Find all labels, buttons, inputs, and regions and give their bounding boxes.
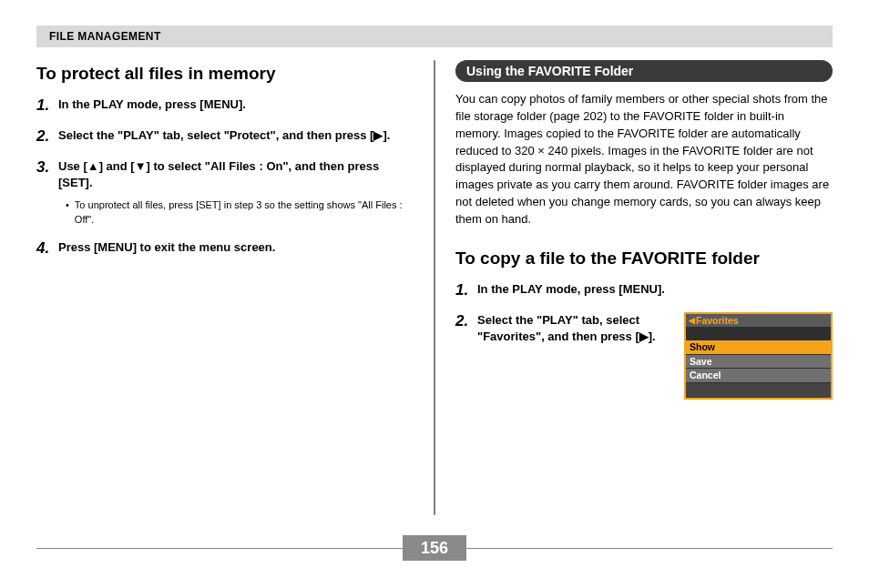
left-steps: 1. In the PLAY mode, press [MENU]. 2. Se… xyxy=(36,96,414,258)
left-step-4: 4. Press [MENU] to exit the menu screen. xyxy=(36,239,414,258)
left-step-2: 2. Select the "PLAY" tab, select "Protec… xyxy=(36,127,414,146)
left-heading: To protect all files in memory xyxy=(36,64,414,84)
content-columns: To protect all files in memory 1. In the… xyxy=(36,60,833,515)
right-step-2: 2. Select the "PLAY" tab, select "Favori… xyxy=(455,312,833,400)
left-triangle-icon: ◀ xyxy=(689,317,695,325)
left-step-1: 1. In the PLAY mode, press [MENU]. xyxy=(36,96,414,115)
page-number: 156 xyxy=(421,539,448,558)
left-step-3: 3. Use [▲] and [▼] to select "All Files … xyxy=(36,158,414,227)
bullet-dot: • xyxy=(66,198,69,227)
camera-menu-title-text: Favorites xyxy=(696,316,739,326)
step-number: 2. xyxy=(36,127,58,146)
step-text: Select the "PLAY" tab, select "Protect",… xyxy=(58,127,390,146)
camera-menu-option-show: Show xyxy=(686,340,831,354)
right-heading: To copy a file to the FAVORITE folder xyxy=(455,248,833,269)
camera-menu-gap xyxy=(686,327,831,340)
camera-menu-option-save: Save xyxy=(686,355,831,369)
sub-bullet-text: To unprotect all files, press [SET] in s… xyxy=(75,198,414,227)
left-column: To protect all files in memory 1. In the… xyxy=(36,60,434,515)
step-number: 2. xyxy=(455,312,477,400)
right-intro-text: You can copy photos of family members or… xyxy=(455,91,833,228)
step-text-inner: Use [▲] and [▼] to select "All Files : O… xyxy=(58,159,379,189)
step-text: Use [▲] and [▼] to select "All Files : O… xyxy=(58,158,414,227)
step-text: In the PLAY mode, press [MENU]. xyxy=(477,281,665,299)
step-number: 1. xyxy=(36,96,58,115)
step-body: Select the "PLAY" tab, select "Favorites… xyxy=(477,312,833,400)
step-number: 3. xyxy=(36,158,58,227)
right-column: Using the FAVORITE Folder You can copy p… xyxy=(435,60,833,515)
step-text: Press [MENU] to exit the menu screen. xyxy=(58,239,275,258)
camera-menu-screenshot: ◀ Favorites Show Save Cancel xyxy=(684,312,833,400)
step-text: Select the "PLAY" tab, select "Favorites… xyxy=(477,312,673,345)
right-step-1: 1. In the PLAY mode, press [MENU]. xyxy=(455,281,833,299)
step-sub-bullet: • To unprotect all files, press [SET] in… xyxy=(66,198,414,227)
step-number: 4. xyxy=(36,239,58,258)
section-header: FILE MANAGEMENT xyxy=(36,25,833,47)
page-footer: 156 xyxy=(36,535,833,561)
step-text: In the PLAY mode, press [MENU]. xyxy=(58,96,246,115)
step-number: 1. xyxy=(455,281,477,299)
camera-menu-title: ◀ Favorites xyxy=(686,314,831,328)
camera-menu-option-cancel: Cancel xyxy=(686,369,831,382)
right-steps: 1. In the PLAY mode, press [MENU]. 2. Se… xyxy=(455,281,833,400)
camera-menu-footer xyxy=(686,383,831,398)
section-header-text: FILE MANAGEMENT xyxy=(49,30,161,43)
page-number-box: 156 xyxy=(403,535,466,561)
right-section-pill: Using the FAVORITE Folder xyxy=(455,60,833,82)
